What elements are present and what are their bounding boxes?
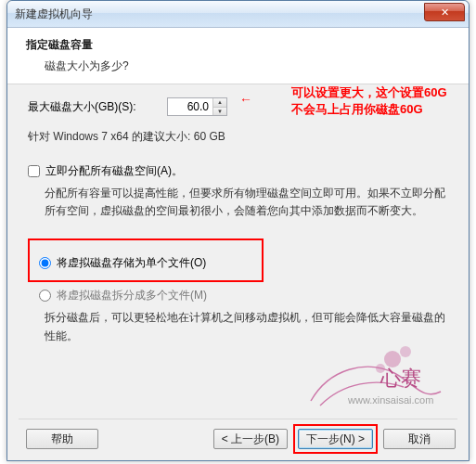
allocate-now-checkbox[interactable] (28, 165, 40, 177)
allocate-now-label: 立即分配所有磁盘空间(A)。 (45, 163, 183, 179)
watermark-text: 心赛 (380, 367, 421, 390)
titlebar[interactable]: 新建虚拟机向导 ✕ (7, 1, 469, 28)
button-row: 帮助 < 上一步(B) 下一步(N) > 取消 (7, 425, 469, 453)
allocate-now-row: 立即分配所有磁盘空间(A)。 (28, 163, 448, 179)
next-button-highlight: 下一步(N) > (293, 424, 378, 454)
store-single-label: 将虚拟磁盘存储为单个文件(O) (57, 255, 206, 271)
recommended-size: 针对 Windows 7 x64 的建议大小: 60 GB (28, 129, 448, 145)
window-title: 新建虚拟机向导 (15, 6, 93, 22)
page-subtitle: 磁盘大小为多少? (45, 58, 457, 74)
close-button[interactable]: ✕ (424, 3, 465, 21)
wizard-window: 新建虚拟机向导 ✕ 指定磁盘容量 磁盘大小为多少? 可以设置更大，这个设置60G… (6, 0, 470, 461)
store-split-explain: 拆分磁盘后，可以更轻松地在计算机之间移动虚拟机，但可能会降低大容量磁盘的性能。 (45, 309, 448, 344)
next-button[interactable]: 下一步(N) > (298, 429, 373, 449)
spinner-up-icon[interactable]: ▲ (213, 98, 226, 108)
svg-point-1 (400, 346, 411, 357)
store-single-row: 将虚拟磁盘存储为单个文件(O) (39, 255, 252, 271)
footer-divider (19, 419, 457, 419)
max-size-input[interactable] (168, 98, 212, 115)
max-size-label: 最大磁盘大小(GB)(S): (28, 99, 167, 115)
annotation-text: 可以设置更大，这个设置60G不会马上占用你磁盘60G (291, 84, 454, 117)
svg-point-0 (384, 351, 401, 367)
wizard-content: 可以设置更大，这个设置60G不会马上占用你磁盘60G ← 最大磁盘大小(GB)(… (7, 84, 469, 345)
back-button[interactable]: < 上一步(B) (213, 429, 288, 449)
store-split-radio[interactable] (39, 290, 51, 302)
watermark-url: www.xinsaisai.com (347, 394, 433, 406)
store-split-label: 将虚拟磁盘拆分成多个文件(M) (57, 288, 207, 303)
store-single-highlight: 将虚拟磁盘存储为单个文件(O) (28, 238, 264, 282)
cancel-button[interactable]: 取消 (383, 429, 456, 449)
spinner-down-icon[interactable]: ▼ (213, 108, 226, 116)
wizard-header: 指定磁盘容量 磁盘大小为多少? (7, 28, 469, 84)
store-split-row: 将虚拟磁盘拆分成多个文件(M) (39, 288, 448, 303)
close-icon: ✕ (441, 6, 449, 19)
page-title: 指定磁盘容量 (26, 37, 457, 53)
max-size-spinner[interactable]: ▲ ▼ (167, 97, 227, 116)
store-single-radio[interactable] (39, 257, 51, 269)
annotation-arrow-icon: ← (239, 92, 252, 107)
help-button[interactable]: 帮助 (26, 429, 98, 449)
svg-point-2 (376, 364, 385, 373)
allocate-explain: 分配所有容量可以提高性能，但要求所有物理磁盘空间立即可用。如果不立即分配所有空间… (45, 185, 448, 220)
spinner-arrows: ▲ ▼ (212, 98, 226, 115)
